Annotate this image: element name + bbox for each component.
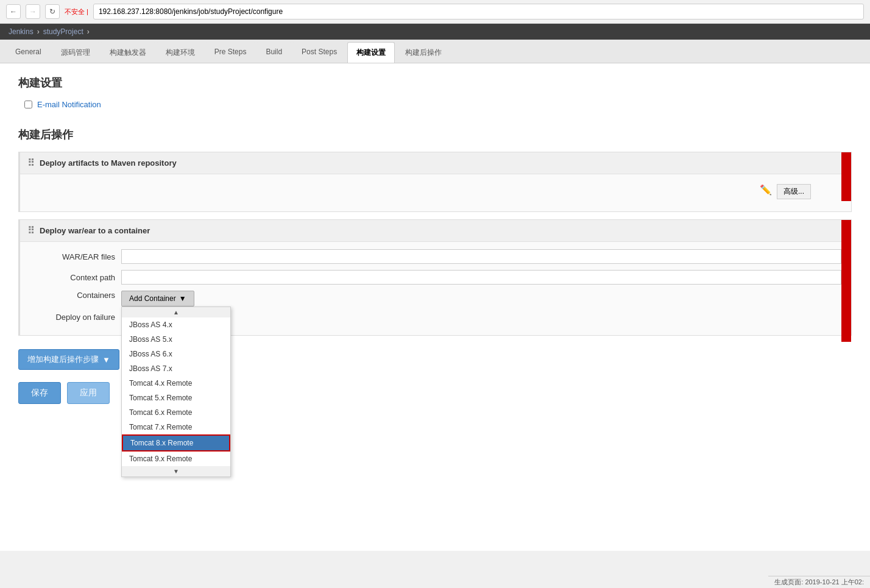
maven-advanced-button[interactable]: 高级... [777, 184, 811, 199]
breadcrumb-bar: Jenkins › studyProject › [0, 24, 870, 40]
maven-advanced-row: ✏️ 高级... [30, 182, 841, 204]
email-notification-label[interactable]: E-mail Notification [37, 100, 101, 109]
breadcrumb-project[interactable]: studyProject [43, 27, 83, 36]
main-content: 构建设置 E-mail Notification 构建后操作 ⠿ Deploy … [0, 63, 870, 551]
dropdown-item-jboss5[interactable]: JBoss AS 5.x [122, 332, 230, 347]
deploy-panel-drag-handle: ⠿ [27, 225, 36, 236]
tab-postbuild[interactable]: 构建后操作 [396, 42, 451, 63]
containers-label: Containers [30, 291, 115, 300]
address-bar[interactable] [93, 4, 864, 19]
tab-trigger[interactable]: 构建触发器 [101, 42, 155, 63]
dropdown-item-jboss4[interactable]: JBoss AS 4.x [122, 317, 230, 332]
dropdown-scroll-down[interactable]: ▼ [122, 466, 230, 476]
deploy-delete-button[interactable] [841, 220, 851, 342]
context-path-row: Context path [30, 270, 841, 285]
security-label: 不安全 | [65, 7, 88, 16]
deploy-failure-label: Deploy on failure [30, 313, 115, 322]
apply-button[interactable]: 应用 [67, 382, 110, 404]
dropdown-item-jboss6[interactable]: JBoss AS 6.x [122, 347, 230, 361]
browser-toolbar: ← → ↻ 不安全 | [0, 0, 870, 23]
war-ear-row: WAR/EAR files [30, 249, 841, 264]
deploy-panel: ⠿ Deploy war/ear to a container WAR/EAR … [18, 219, 852, 336]
context-path-label: Context path [30, 273, 115, 282]
email-notification-checkbox[interactable] [24, 101, 32, 108]
dropdown-item-jboss7[interactable]: JBoss AS 7.x [122, 361, 230, 376]
dropdown-item-tomcat6[interactable]: Tomcat 6.x Remote [122, 405, 230, 420]
maven-edit-icon[interactable]: ✏️ [760, 184, 772, 199]
tab-poststeps[interactable]: Post Steps [292, 42, 346, 63]
add-post-build-label: 增加构建后操作步骤 [27, 354, 99, 365]
maven-panel: ⠿ Deploy artifacts to Maven repository ✏… [18, 152, 852, 212]
add-container-dropdown-wrapper: Add Container ▼ ▲ JBoss AS 4.x JBoss AS … [121, 291, 194, 306]
tab-env[interactable]: 构建环境 [157, 42, 204, 63]
deploy-panel-wrap: ⠿ Deploy war/ear to a container WAR/EAR … [18, 219, 852, 336]
reload-button[interactable]: ↻ [45, 4, 60, 19]
dropdown-item-tomcat9[interactable]: Tomcat 9.x Remote [122, 452, 230, 466]
save-button[interactable]: 保存 [18, 382, 61, 404]
deploy-panel-title: Deploy war/ear to a container [40, 226, 150, 235]
breadcrumb-sep1: › [37, 27, 40, 36]
deploy-panel-header: ⠿ Deploy war/ear to a container [20, 220, 851, 242]
add-container-label: Add Container [129, 294, 176, 303]
add-post-build-chevron-icon: ▼ [102, 355, 110, 364]
tab-build[interactable]: Build [256, 42, 291, 63]
dropdown-item-tomcat5[interactable]: Tomcat 5.x Remote [122, 391, 230, 405]
maven-panel-title: Deploy artifacts to Maven repository [40, 158, 177, 168]
tab-presteps[interactable]: Pre Steps [205, 42, 256, 63]
maven-panel-wrap: ⠿ Deploy artifacts to Maven repository ✏… [18, 152, 852, 212]
tab-source[interactable]: 源码管理 [52, 42, 99, 63]
dropdown-scroll-up[interactable]: ▲ [122, 307, 230, 317]
post-build-title: 构建后操作 [18, 127, 852, 142]
maven-panel-content: ✏️ 高级... [20, 174, 851, 211]
dropdown-item-tomcat8[interactable]: Tomcat 8.x Remote [122, 434, 230, 452]
browser-chrome: ← → ↻ 不安全 | [0, 0, 870, 24]
tab-buildsettings[interactable]: 构建设置 [347, 42, 395, 63]
deploy-panel-content: WAR/EAR files Context path Containers Ad… [20, 242, 851, 335]
maven-panel-drag-handle: ⠿ [27, 157, 36, 169]
back-button[interactable]: ← [6, 4, 21, 19]
email-notification-row: E-mail Notification [18, 100, 852, 109]
breadcrumb-sep2: › [87, 27, 90, 36]
war-ear-input[interactable] [121, 249, 841, 264]
container-dropdown-menu: ▲ JBoss AS 4.x JBoss AS 5.x JBoss AS 6.x… [121, 306, 231, 477]
dropdown-item-tomcat7[interactable]: Tomcat 7.x Remote [122, 420, 230, 434]
add-post-build-button[interactable]: 增加构建后操作步骤 ▼ [18, 349, 119, 370]
maven-panel-header: ⠿ Deploy artifacts to Maven repository [20, 152, 851, 174]
tab-general[interactable]: General [6, 42, 51, 63]
war-ear-label: WAR/EAR files [30, 252, 115, 261]
tab-bar: General 源码管理 构建触发器 构建环境 Pre Steps Build … [0, 40, 870, 63]
forward-button[interactable]: → [26, 4, 40, 19]
add-container-button[interactable]: Add Container ▼ [121, 291, 194, 306]
breadcrumb-jenkins[interactable]: Jenkins [9, 27, 34, 36]
context-path-input[interactable] [121, 270, 841, 285]
dropdown-item-tomcat4[interactable]: Tomcat 4.x Remote [122, 376, 230, 391]
add-container-chevron-icon: ▼ [179, 294, 186, 303]
containers-row: Containers Add Container ▼ ▲ JBoss AS 4.… [30, 291, 841, 306]
maven-delete-button[interactable] [841, 152, 851, 201]
build-settings-title: 构建设置 [18, 76, 852, 90]
